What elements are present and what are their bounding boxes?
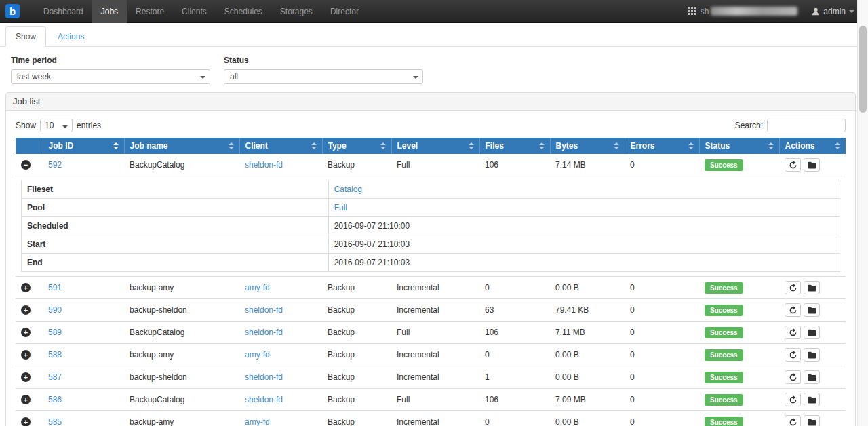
rerun-job-button[interactable] [785, 415, 801, 426]
entries-select[interactable]: 10 [40, 119, 73, 132]
job-id-link[interactable]: 586 [48, 395, 62, 404]
nav-item-director[interactable]: Director [321, 0, 368, 23]
actions-cell [779, 299, 846, 322]
bytes-cell: 0.00 B [550, 277, 625, 299]
bytes-cell: 7.11 MB [550, 322, 625, 344]
job-files-button[interactable] [804, 326, 820, 339]
column-header-type[interactable]: Type [322, 138, 391, 154]
grid-icon [688, 7, 696, 15]
job-files-button[interactable] [804, 281, 820, 294]
vertical-scrollbar[interactable] [857, 0, 868, 426]
files-cell: 63 [479, 299, 550, 322]
job-files-button[interactable] [804, 393, 820, 406]
client-link[interactable]: amy-fd [245, 283, 270, 292]
detail-value-link[interactable]: Full [334, 203, 347, 212]
column-header-job-name[interactable]: Job name [124, 138, 239, 154]
job-files-button[interactable] [804, 303, 820, 317]
job-files-button[interactable] [804, 348, 820, 362]
row-actions [785, 158, 840, 172]
job-row: +589BackupCatalogsheldon-fdBackupFull106… [16, 322, 846, 344]
plus-circle-icon[interactable]: + [21, 372, 31, 382]
plus-circle-icon[interactable]: + [21, 417, 31, 426]
client-link[interactable]: amy-fd [245, 350, 270, 360]
client-link[interactable]: amy-fd [245, 417, 270, 426]
job-row: −592BackupCatalogsheldon-fdBackupFull106… [16, 154, 846, 176]
files-cell: 106 [479, 154, 550, 176]
baculum-logo[interactable]: b [5, 4, 20, 18]
column-header-actions[interactable]: Actions [779, 138, 846, 154]
column-header-files[interactable]: Files [479, 138, 550, 154]
rerun-job-button[interactable] [785, 281, 801, 294]
rerun-job-button[interactable] [785, 158, 801, 172]
column-header-job-id[interactable]: Job ID [43, 138, 124, 154]
detail-value-link[interactable]: Catalog [334, 185, 362, 194]
type-cell: Backup [322, 344, 391, 366]
column-header-bytes[interactable]: Bytes [550, 138, 625, 154]
client-link[interactable]: sheldon-fd [245, 395, 283, 404]
rerun-job-button[interactable] [785, 370, 801, 384]
job-id-link[interactable]: 592 [48, 160, 62, 170]
job-name-cell: BackupCatalog [124, 389, 239, 411]
entries-label: entries [77, 121, 101, 130]
column-header-client[interactable]: Client [239, 138, 322, 154]
job-files-button[interactable] [804, 158, 820, 172]
job-id-link[interactable]: 588 [48, 350, 62, 360]
status-cell: Success [699, 322, 779, 344]
column-header-level[interactable]: Level [391, 138, 479, 154]
nav-item-restore[interactable]: Restore [127, 0, 173, 23]
client-cell: sheldon-fd [239, 389, 322, 411]
row-actions [785, 348, 840, 362]
plus-circle-icon[interactable]: + [21, 395, 31, 404]
panel-title: Job list [6, 93, 855, 111]
minus-circle-icon[interactable]: − [21, 160, 31, 170]
job-files-button[interactable] [804, 370, 820, 384]
type-cell: Backup [322, 277, 391, 299]
job-id-link[interactable]: 587 [48, 372, 62, 382]
tab-show[interactable]: Show [5, 26, 46, 47]
level-cell: Full [391, 322, 479, 344]
job-row: +588backup-amyamy-fdBackupIncremental00.… [16, 344, 846, 366]
tab-actions[interactable]: Actions [47, 26, 94, 47]
plus-circle-icon[interactable]: + [21, 305, 31, 315]
search-input[interactable] [767, 119, 846, 132]
nav-item-storages[interactable]: Storages [271, 0, 321, 23]
refresh-icon [789, 161, 797, 170]
entries-value: 10 [45, 121, 54, 130]
job-id-link[interactable]: 591 [48, 283, 62, 292]
client-link[interactable]: sheldon-fd [245, 305, 283, 315]
plus-circle-icon[interactable]: + [21, 283, 31, 292]
job-id-link[interactable]: 590 [48, 305, 62, 315]
plus-circle-icon[interactable]: + [21, 328, 31, 337]
caret-down-icon [849, 10, 854, 13]
job-name-cell: backup-amy [124, 277, 239, 299]
host-prefix: sh [701, 7, 709, 16]
status-select[interactable]: all [224, 69, 423, 84]
nav-item-schedules[interactable]: Schedules [216, 0, 271, 23]
status-badge: Success [705, 159, 743, 171]
nav-item-dashboard[interactable]: Dashboard [35, 0, 92, 23]
detail-value: 2016-09-07 21:10:03 [328, 254, 840, 272]
bytes-cell: 7.09 MB [550, 389, 625, 411]
rerun-job-button[interactable] [785, 326, 801, 339]
client-cell: sheldon-fd [239, 322, 322, 344]
user-menu[interactable]: admin [812, 7, 854, 16]
nav-item-clients[interactable]: Clients [173, 0, 216, 23]
rerun-job-button[interactable] [785, 303, 801, 317]
job-id-cell: 590 [43, 299, 124, 322]
refresh-icon [789, 284, 797, 292]
rerun-job-button[interactable] [785, 393, 801, 406]
time-period-select[interactable]: last week [11, 69, 210, 84]
client-link[interactable]: sheldon-fd [245, 328, 283, 337]
client-link[interactable]: sheldon-fd [245, 160, 283, 170]
column-header-status[interactable]: Status [699, 138, 779, 154]
job-id-link[interactable]: 589 [48, 328, 62, 337]
job-files-button[interactable] [804, 415, 820, 426]
status-badge: Success [705, 305, 743, 316]
job-id-link[interactable]: 585 [48, 417, 62, 426]
nav-item-jobs[interactable]: Jobs [92, 0, 127, 23]
plus-circle-icon[interactable]: + [21, 350, 31, 360]
column-header-errors[interactable]: Errors [625, 138, 699, 154]
scrollbar-thumb[interactable] [859, 26, 867, 113]
rerun-job-button[interactable] [785, 348, 801, 362]
client-link[interactable]: sheldon-fd [245, 372, 283, 382]
